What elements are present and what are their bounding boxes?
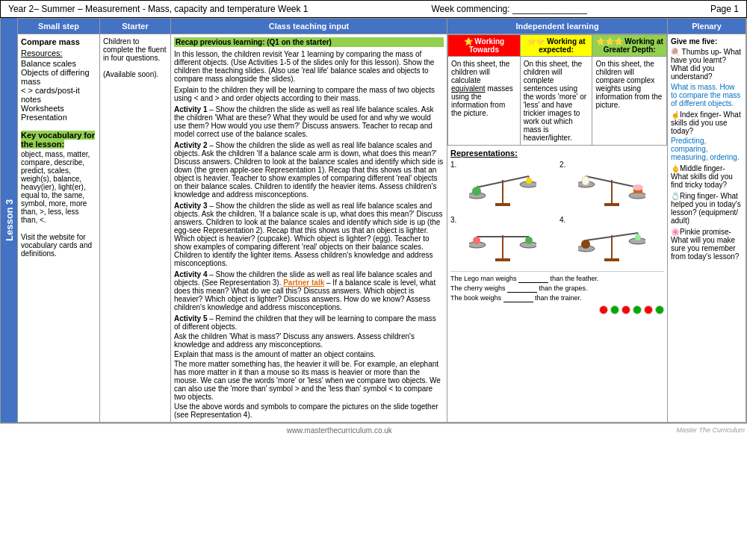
caption3: The book weighs than the trainer.	[450, 294, 664, 302]
caption-area: The Lego man weighs than the feather. Th…	[450, 271, 664, 302]
footer: www.masterthecurriculum.co.uk Master The…	[0, 423, 747, 437]
teaching-cell: Recap previous learning: (Q1 on the star…	[171, 34, 447, 423]
small-step-cell: Compare mass Resources: Balance scales O…	[18, 34, 100, 423]
middle-item: 🖕Middle finger- What skills did you find…	[671, 164, 743, 189]
resource-balance: Balance scales	[21, 59, 96, 68]
col-plenary: Plenary	[668, 19, 746, 34]
svg-point-27	[473, 237, 480, 244]
vocab-label: Key vocabulary for the lesson:	[21, 131, 96, 149]
resource-worksheets: Worksheets	[21, 104, 96, 113]
activity3: Activity 3 – Show the children the slide…	[174, 202, 444, 267]
svg-rect-21	[495, 258, 510, 261]
svg-rect-30	[604, 258, 619, 261]
index-ans: Predicting, comparing, measuring, orderi…	[671, 137, 743, 161]
footer-url: www.masterthecurriculum.co.uk	[287, 426, 392, 435]
compare-mass-title: Compare mass	[21, 37, 96, 46]
rep3-scale	[469, 224, 536, 265]
svg-point-16	[629, 193, 645, 199]
thumbs-ans: What is mass. How to compare the mass of…	[671, 83, 743, 108]
ring-item: 💍Ring finger- What helped you in today's…	[671, 192, 743, 225]
pinkie-item: 🌸Pinkie promise- What will you make sure…	[671, 228, 743, 261]
color-circles	[450, 305, 664, 314]
activity2: Activity 2 – Show the children the slide…	[174, 141, 444, 199]
exp-header: ⭐⭐ Working at expected:	[520, 35, 592, 57]
resources-label: Resources:	[21, 49, 96, 57]
vocab-words: object, mass, matter, compare, describe,…	[21, 150, 96, 224]
activity5-sub2: Explain that mass is the amount of matte…	[174, 350, 444, 358]
col-small-step: Small step	[18, 19, 100, 34]
lesson-label: Lesson 3	[1, 18, 17, 423]
activity1: Activity 1 – Show the children the slide…	[174, 105, 444, 138]
gd-desc: On this sheet, the children will compare…	[592, 57, 667, 146]
svg-point-17	[582, 176, 589, 185]
plenary-cell: Give me five: 🍭 Thumbs up- What have you…	[668, 34, 746, 423]
rep1: 1.	[450, 161, 555, 211]
explain-text: Explain to the children they will be lea…	[174, 86, 444, 102]
starter-text: Children to complete the fluent in four …	[103, 37, 167, 62]
intro-text: In this lesson, the children revisit Yea…	[174, 50, 444, 83]
header-title: Year 2– Summer – Measurement - Mass, cap…	[8, 4, 309, 14]
wt-header: ⭐ Working Towards	[448, 35, 521, 57]
ind-cell: ⭐ Working Towards ⭐⭐ Working at expected…	[447, 34, 668, 423]
rep3: 3.	[450, 216, 555, 267]
gd-header: ⭐⭐⭐ Working at Greater Depth:	[592, 35, 667, 57]
index-item: ☝Index finger- What skills did you use t…	[671, 111, 743, 135]
header: Year 2– Summer – Measurement - Mass, cap…	[0, 0, 747, 18]
svg-point-28	[525, 237, 533, 244]
activity4: Activity 4 – Show the children the slide…	[174, 270, 444, 311]
recap-text: Recap previous learning: (Q1 on the star…	[174, 37, 444, 47]
starter-cell: Children to complete the fluent in four …	[100, 34, 171, 423]
svg-point-19	[633, 184, 643, 190]
exp-desc: On this sheet, the children will complet…	[520, 57, 592, 146]
resource-cards: < > cards/post-it notes	[21, 86, 96, 104]
col-independent: Independent learning	[447, 19, 668, 34]
visit-text: Visit the website for vocabulary cards a…	[21, 233, 96, 258]
rep2-scale	[578, 169, 645, 210]
footer-brand: Master The Curriculum	[676, 426, 745, 434]
activity5-sub1: Ask the children 'What is mass?' Discuss…	[174, 332, 444, 349]
main-content: Lesson 3 Small step Starter Class teachi…	[0, 18, 747, 423]
page-number: Page 1	[710, 4, 739, 14]
activity5-sub4: Use the above words and symbols to compa…	[174, 402, 444, 419]
rep1-scale	[469, 169, 536, 210]
wt-desc: On this sheet, the children will calcula…	[448, 57, 521, 146]
resource-objects: Objects of differing mass	[21, 68, 96, 86]
caption2: The cherry weighs than the grapes.	[450, 284, 664, 293]
svg-rect-1	[495, 203, 510, 206]
svg-point-9	[526, 178, 532, 184]
resource-presentation: Presentation	[21, 113, 96, 122]
rep2: 2.	[560, 161, 664, 211]
svg-rect-11	[604, 203, 619, 206]
caption1: The Lego man weighs than the feather.	[450, 275, 664, 283]
representations-label: Representations:	[450, 149, 664, 158]
plenary-title: Give me five:	[671, 37, 743, 46]
svg-point-7	[472, 187, 481, 196]
activity5-header: Activity 5 – Remind the children that th…	[174, 314, 444, 331]
col-teaching: Class teaching input	[171, 19, 447, 34]
week-commencing: Week commencing: _______________	[431, 4, 587, 14]
svg-point-37	[635, 234, 641, 240]
thumbs-item: 🍭 Thumbs up- What have you learnt? What …	[671, 48, 743, 81]
starter-available: (Available soon).	[103, 70, 167, 78]
col-starter: Starter	[100, 19, 171, 34]
representations-section: Representations: 1.	[447, 146, 667, 317]
activity5-sub3: The more matter something has, the heavi…	[174, 360, 444, 401]
svg-point-36	[581, 240, 590, 249]
rep4: 4.	[560, 216, 664, 267]
rep4-scale	[578, 224, 645, 265]
